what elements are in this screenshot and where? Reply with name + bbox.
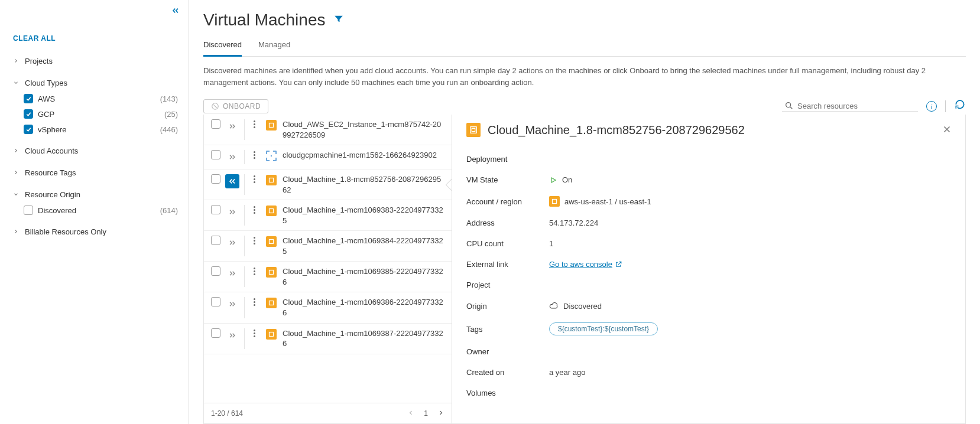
row-menu-icon[interactable] (249, 174, 259, 183)
row-menu-icon[interactable] (249, 297, 259, 306)
power-on-icon (549, 176, 557, 184)
facet-item[interactable]: Discovered(614) (24, 203, 178, 218)
expand-row-icon[interactable] (225, 266, 239, 281)
vm-icon (266, 329, 277, 340)
clear-all-button[interactable]: CLEAR ALL (13, 34, 178, 43)
checkbox[interactable] (24, 206, 33, 215)
filter-icon[interactable] (333, 14, 344, 27)
prop-key-project: Project (466, 281, 549, 289)
row-pointer (446, 179, 452, 191)
row-menu-icon[interactable] (249, 266, 259, 275)
expand-row-icon[interactable] (225, 236, 239, 250)
cloud-icon (549, 301, 559, 311)
prop-key-account: Account / region (466, 197, 549, 206)
close-icon[interactable] (942, 124, 952, 138)
prop-val-vmstate: On (549, 175, 572, 184)
svg-rect-12 (553, 200, 557, 204)
facet-group: Cloud Accounts (13, 143, 178, 159)
expand-row-icon[interactable] (225, 328, 239, 343)
tab-discovered[interactable]: Discovered (203, 35, 242, 57)
vm-icon (266, 267, 277, 278)
page-description: Discovered machines are identified when … (203, 65, 966, 88)
prop-key-vmstate: VM State (466, 175, 549, 184)
checkbox[interactable] (24, 94, 33, 103)
expand-row-icon[interactable] (225, 297, 239, 311)
facet-header[interactable]: Cloud Types (13, 75, 178, 91)
row-menu-icon[interactable] (249, 205, 259, 214)
expand-row-icon[interactable] (225, 119, 239, 133)
svg-point-3 (271, 155, 272, 157)
aws-icon (549, 196, 560, 207)
table-row[interactable]: cloudgcpmachine1-mcm1562-166264923902 (204, 145, 452, 169)
row-menu-icon[interactable] (249, 328, 259, 337)
chevron-right-icon (13, 169, 21, 177)
row-checkbox[interactable] (211, 150, 220, 159)
facet-header[interactable]: Resource Tags (13, 165, 178, 181)
collapse-sidebar-icon[interactable] (171, 6, 180, 18)
list-scroll[interactable]: Cloud_AWS_EC2_Instance_1-mcm875742-20992… (204, 115, 452, 403)
row-checkbox[interactable] (211, 297, 220, 306)
facet-group: Billable Resources Only (13, 224, 178, 240)
filter-sidebar: CLEAR ALL ProjectsCloud TypesAWS(143)GCP… (0, 0, 189, 424)
pager-prev[interactable] (407, 409, 414, 418)
search-input[interactable] (797, 102, 916, 110)
tag-pill[interactable]: ${customTest}:${customTest} (549, 322, 658, 335)
row-checkbox[interactable] (211, 205, 220, 214)
facet-group: Cloud TypesAWS(143)GCP(25)vSphere(446) (13, 75, 178, 137)
vm-icon (266, 298, 277, 308)
external-link[interactable]: Go to aws console (549, 260, 622, 269)
facet-item[interactable]: AWS(143) (24, 91, 178, 106)
table-row[interactable]: Cloud_Machine_1.8-mcm852756-208729629562 (204, 169, 452, 200)
facet-item[interactable]: GCP(25) (24, 106, 178, 122)
table-row[interactable]: Cloud_Machine_1-mcm1069383-222049773325 (204, 200, 452, 231)
svg-rect-11 (472, 128, 475, 131)
checkbox[interactable] (24, 109, 33, 119)
facet-item[interactable]: vSphere(446) (24, 122, 178, 137)
facet-header[interactable]: Projects (13, 53, 178, 69)
row-name: cloudgcpmachine1-mcm1562-166264923902 (283, 150, 447, 161)
expand-row-icon[interactable] (225, 150, 239, 164)
facet-item-label: vSphere (38, 125, 66, 134)
row-checkbox[interactable] (211, 119, 220, 129)
facet-header[interactable]: Cloud Accounts (13, 143, 178, 159)
search-box[interactable] (782, 100, 918, 112)
chevron-right-icon (13, 228, 21, 236)
pager-next[interactable] (437, 409, 444, 418)
refresh-icon[interactable] (954, 99, 966, 113)
table-row[interactable]: Cloud_Machine_1-mcm1069384-222049773325 (204, 231, 452, 262)
onboard-button[interactable]: ONBOARD (203, 99, 268, 113)
machines-list: Cloud_AWS_EC2_Instance_1-mcm875742-20992… (204, 115, 452, 423)
facet-item-label: Discovered (38, 206, 76, 215)
row-checkbox[interactable] (211, 266, 220, 276)
table-row[interactable]: Cloud_Machine_1-mcm1069387-222049773326 (204, 324, 452, 354)
expand-row-icon[interactable] (225, 205, 239, 219)
facet-group: Resource OriginDiscovered(614) (13, 187, 178, 218)
facet-header[interactable]: Billable Resources Only (13, 224, 178, 240)
row-name: Cloud_AWS_EC2_Instance_1-mcm875742-20992… (283, 119, 447, 140)
tab-managed[interactable]: Managed (258, 35, 290, 56)
row-menu-icon[interactable] (249, 119, 259, 128)
checkbox[interactable] (24, 125, 33, 134)
row-menu-icon[interactable] (249, 150, 259, 159)
detail-panel: Cloud_Machine_1.8-mcm852756-208729629562… (452, 115, 965, 423)
facet-header[interactable]: Resource Origin (13, 187, 178, 203)
content-split: Cloud_AWS_EC2_Instance_1-mcm875742-20992… (203, 115, 966, 424)
row-checkbox[interactable] (211, 328, 220, 338)
table-row[interactable]: Cloud_Machine_1-mcm1069386-222049773326 (204, 292, 452, 323)
table-row[interactable]: Cloud_AWS_EC2_Instance_1-mcm875742-20992… (204, 115, 452, 145)
facet-group: Resource Tags (13, 165, 178, 181)
table-row[interactable]: Cloud_Machine_1-mcm1069385-222049773326 (204, 262, 452, 292)
facet-label: Billable Resources Only (25, 227, 106, 236)
row-checkbox[interactable] (211, 174, 220, 184)
pager-range: 1-20 / 614 (211, 409, 243, 418)
collapse-row-icon[interactable] (225, 174, 239, 188)
info-icon[interactable]: i (926, 101, 937, 112)
row-checkbox[interactable] (211, 236, 220, 245)
facet-label: Resource Origin (25, 190, 80, 199)
onboard-label: ONBOARD (223, 102, 261, 110)
facet-item-label: AWS (38, 94, 55, 103)
row-menu-icon[interactable] (249, 236, 259, 244)
detail-title: Cloud_Machine_1.8-mcm852756-208729629562 (488, 123, 745, 137)
facet-item-count: (143) (160, 94, 178, 103)
vm-icon (266, 175, 277, 185)
